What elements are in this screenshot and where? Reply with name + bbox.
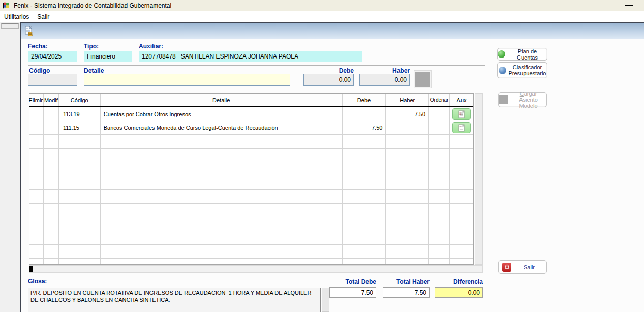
cell-detalle [101,190,343,203]
document-list-icon [458,110,465,118]
cell-aux [450,176,473,189]
header-debe: Debe [343,94,386,106]
table-row-empty [29,245,473,259]
cell-detalle [101,204,343,217]
cell-modif [44,259,59,265]
debe-label: Debe [303,67,354,74]
menu-item-utilitarios[interactable]: Utilitarios [0,12,33,21]
cell-haber [386,245,429,258]
cell-codigo [59,135,101,148]
cell-haber [386,121,429,134]
total-haber-label: Total Haber [383,278,430,286]
cell-ordenar [429,149,450,162]
header-modif: Modif [44,94,59,106]
cell-aux [450,121,473,134]
cell-ordenar [429,231,450,244]
cell-elimin [29,121,44,134]
glosa-textarea[interactable]: P/R. DEPOSITO EN CUENTA ROTATIVA DE INGR… [28,288,321,312]
cell-codigo [59,231,101,244]
cell-modif [44,135,59,148]
clasificador-label: Clasificador Presupuestario [509,64,546,76]
cell-aux [450,204,473,217]
haber-input[interactable]: 0.00 [359,74,410,86]
cell-modif [44,217,59,231]
cell-modif [44,190,59,203]
cell-haber [386,149,429,162]
cell-debe [343,135,386,148]
windows-flag-icon [2,2,11,10]
header-elimin: Elimin [29,94,44,106]
table-row-empty [29,231,473,245]
table-row[interactable]: 111.15Bancos Comerciales Moneda de Curso… [29,121,473,135]
cell-modif [44,231,59,244]
cell-ordenar [429,135,450,148]
salir-button[interactable]: Salir [498,260,547,274]
table-row-empty [29,259,473,265]
entry-action-button[interactable] [414,71,431,88]
aux-button[interactable] [452,108,471,120]
cell-aux [450,217,473,231]
blue-sphere-icon [499,67,506,74]
diferencia-value: 0.00 [435,287,483,298]
table-body: 113.19Cuentas por Cobrar Otros Ingresos7… [29,107,473,265]
cell-detalle [101,135,343,148]
detalle-label: Detalle [84,67,104,74]
cell-elimin [29,231,44,244]
scrollbar-thumb[interactable] [29,266,33,272]
tipo-input[interactable]: Financiero [84,51,132,62]
cell-ordenar [429,204,450,217]
cell-debe [343,217,386,231]
glosa-scrollbar[interactable] [322,288,329,312]
aux-button[interactable] [452,122,471,133]
cell-aux [450,135,473,148]
diferencia-label: Diferencia [435,278,483,286]
cell-elimin [29,259,44,265]
cargar-asiento-modelo-button[interactable]: Cargar Asiento Modelo [498,92,547,107]
minimized-child-window[interactable] [1,23,19,29]
plan-de-cuentas-button[interactable]: Plan de Cuentas [497,48,547,61]
minimize-button[interactable] [625,5,633,6]
cell-ordenar [429,217,450,231]
total-debe-label: Total Debe [329,278,376,286]
cell-codigo [59,176,101,189]
plan-de-cuentas-label: Plan de Cuentas [508,48,547,61]
document-coins-icon[interactable] [24,26,34,36]
fecha-input[interactable]: 29/04/2025 [28,51,77,62]
cell-debe [343,204,386,217]
cell-debe [343,231,386,244]
total-debe-value: 7.50 [329,287,376,298]
cell-haber [386,190,429,203]
auxiliar-input[interactable]: 1207708478 SANTILLAN ESPINOZA JOHANNA PA… [139,51,362,62]
cell-ordenar [429,176,450,189]
cell-debe [343,245,386,258]
cell-debe [343,162,386,176]
table-vertical-scrollbar[interactable] [475,93,483,265]
cell-elimin [29,107,44,121]
cargar-asiento-label: Cargar Asiento Modelo [510,91,546,109]
cell-detalle [101,231,343,244]
fecha-label: Fecha: [28,43,48,50]
cell-detalle [101,162,343,176]
cell-aux [450,259,473,265]
cell-modif [44,245,59,258]
cell-codigo: 111.15 [59,121,101,134]
table-row-empty [29,135,473,149]
cell-elimin [29,162,44,176]
cell-modif [44,162,59,176]
debe-input[interactable]: 0.00 [303,74,354,86]
cell-codigo [59,162,101,176]
detalle-input[interactable] [84,74,290,86]
cell-elimin [29,204,44,217]
codigo-input[interactable] [28,74,77,86]
cell-aux [450,107,473,121]
table-row[interactable]: 113.19Cuentas por Cobrar Otros Ingresos7… [29,107,473,121]
cell-haber [386,259,429,265]
menu-item-salir[interactable]: Salir [33,12,53,21]
power-icon [502,263,511,272]
salir-label: Salir [524,264,535,270]
cell-modif [44,176,59,189]
cell-aux [450,162,473,176]
clasificador-presupuestario-button[interactable]: Clasificador Presupuestario [497,62,547,78]
table-horizontal-scrollbar[interactable] [29,265,483,273]
cell-modif [44,204,59,217]
